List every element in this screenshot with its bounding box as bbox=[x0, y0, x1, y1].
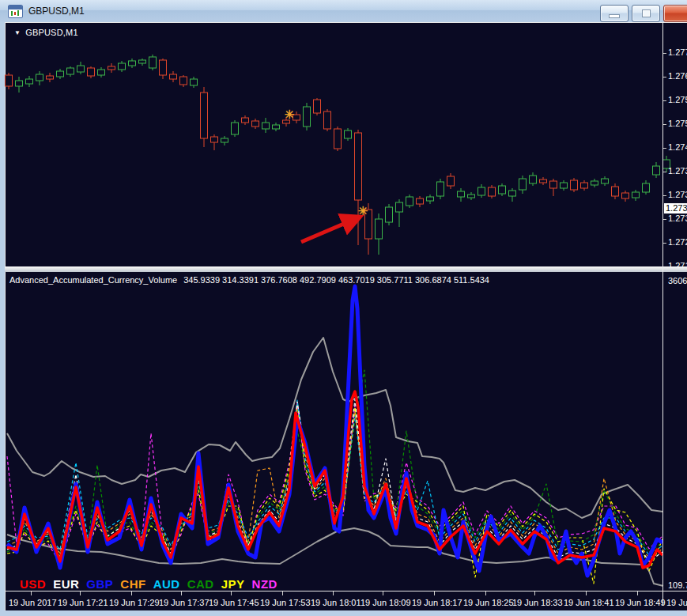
candle bbox=[211, 134, 218, 150]
candle bbox=[530, 172, 537, 186]
legend-item-nzd: NZD bbox=[252, 577, 277, 591]
time-axis-label: 19 Jun 18:17 bbox=[412, 598, 462, 607]
price-axis-label: 1.275 bbox=[668, 95, 687, 104]
candle bbox=[591, 179, 598, 187]
candle bbox=[108, 63, 115, 73]
legend-item-jpy: JPY bbox=[221, 577, 245, 591]
restore-icon bbox=[642, 9, 651, 17]
time-axis-label: 19 Jun 18:25 bbox=[463, 598, 514, 607]
candle bbox=[458, 188, 465, 202]
time-tick bbox=[231, 591, 232, 595]
window-frame-bottom bbox=[0, 610, 687, 616]
price-axis-label: 1.274 bbox=[668, 142, 687, 152]
price-axis-label: 1.275 bbox=[668, 119, 687, 128]
candle bbox=[632, 190, 640, 201]
candle bbox=[406, 195, 413, 208]
candle bbox=[88, 66, 95, 78]
price-axis-label: 1.277 bbox=[668, 47, 687, 57]
candle bbox=[262, 118, 270, 133]
price-tick bbox=[663, 77, 666, 77]
candle bbox=[334, 127, 342, 151]
candle bbox=[499, 183, 506, 196]
price-axis-label: 1.272 bbox=[668, 237, 687, 247]
time-tick bbox=[80, 591, 81, 595]
candle bbox=[602, 176, 609, 186]
time-axis-label: 19 Jun 2017 bbox=[9, 598, 57, 607]
indicator-max-label: 3606. bbox=[668, 276, 687, 285]
candle bbox=[396, 199, 403, 227]
time-axis-label: 19 Jun 17:29 bbox=[109, 598, 160, 607]
candle bbox=[232, 120, 239, 137]
time-axis-label: 19 Jun 17:37 bbox=[159, 598, 209, 607]
title-bar[interactable]: GBPUSD,M1 bbox=[0, 0, 687, 22]
candle bbox=[376, 214, 383, 255]
candle bbox=[437, 179, 444, 199]
candle bbox=[478, 184, 485, 198]
time-tick bbox=[181, 591, 182, 595]
time-tick bbox=[31, 591, 32, 595]
candlestick-chart: ✳✳ bbox=[6, 23, 663, 267]
time-axis-label: 19 Jun 18:49 bbox=[615, 598, 666, 607]
restore-button[interactable] bbox=[632, 5, 660, 22]
annotation-arrow bbox=[301, 217, 360, 242]
candle bbox=[67, 66, 74, 77]
time-axis-label: 19 Jun 18:01 bbox=[311, 598, 361, 607]
price-axis-label: 1.273 bbox=[668, 190, 687, 199]
time-tick bbox=[586, 591, 587, 595]
candle bbox=[36, 71, 43, 85]
price-tick bbox=[663, 195, 666, 196]
close-button[interactable] bbox=[663, 5, 687, 22]
minimize-button[interactable] bbox=[600, 5, 628, 22]
candle bbox=[242, 115, 249, 125]
candle bbox=[540, 177, 547, 185]
time-axis-label: 19 Jun 18:09 bbox=[360, 598, 411, 607]
window-title: GBPUSD,M1 bbox=[28, 6, 85, 17]
time-tick bbox=[637, 591, 638, 595]
candle bbox=[427, 195, 434, 204]
price-chart-pane[interactable]: ✳✳ ▼GBPUSD,M1 1.2771.2761.2751.2751.2741… bbox=[5, 22, 687, 267]
time-axis-label: 19 Jun 17:21 bbox=[58, 598, 108, 607]
candle bbox=[304, 103, 311, 130]
candle bbox=[139, 59, 146, 66]
price-axis-label: 1.273 bbox=[668, 214, 687, 223]
time-tick bbox=[485, 591, 486, 595]
candle bbox=[386, 204, 393, 225]
time-scale[interactable]: 19 Jun 201719 Jun 17:2119 Jun 17:2919 Ju… bbox=[5, 591, 687, 611]
indicator-pane[interactable]: Advanced_Accumulated_Currency_Volume345.… bbox=[5, 272, 687, 591]
candle bbox=[160, 59, 167, 79]
candle bbox=[550, 179, 557, 196]
candle bbox=[221, 136, 228, 145]
candle bbox=[345, 128, 352, 141]
legend-item-usd: USD bbox=[20, 577, 46, 591]
candle bbox=[129, 59, 136, 68]
chevron-down-icon[interactable]: ▼ bbox=[14, 29, 21, 36]
legend-item-eur: EUR bbox=[53, 577, 79, 591]
price-tick bbox=[663, 100, 666, 101]
legend-item-cad: CAD bbox=[187, 577, 214, 591]
time-tick bbox=[534, 591, 535, 595]
indicator-name: Advanced_Accumulated_Currency_Volume bbox=[9, 275, 177, 285]
indicator-values: 345.9339 314.3391 376.7608 492.7909 463.… bbox=[183, 275, 489, 285]
candle bbox=[653, 162, 660, 178]
candle bbox=[561, 180, 568, 191]
time-axis-label: 19 Jun 18:41 bbox=[564, 598, 614, 607]
candle bbox=[170, 71, 177, 82]
candle bbox=[519, 176, 527, 194]
candle bbox=[201, 87, 208, 147]
candle bbox=[489, 185, 496, 198]
candle bbox=[252, 119, 259, 129]
price-tick bbox=[663, 243, 666, 244]
candle bbox=[149, 55, 157, 70]
price-tick bbox=[663, 219, 666, 220]
candle bbox=[6, 73, 13, 89]
candle bbox=[571, 178, 578, 192]
candle bbox=[622, 191, 629, 202]
indicator-line-jpy bbox=[7, 405, 662, 584]
signal-marker-icon: ✳ bbox=[285, 108, 295, 121]
candle bbox=[417, 196, 424, 207]
time-tick bbox=[383, 591, 383, 595]
candle bbox=[324, 109, 331, 131]
current-price-box: 1.2733 bbox=[664, 203, 687, 214]
price-axis-label: 1.273 bbox=[668, 166, 687, 176]
candle bbox=[612, 183, 619, 199]
